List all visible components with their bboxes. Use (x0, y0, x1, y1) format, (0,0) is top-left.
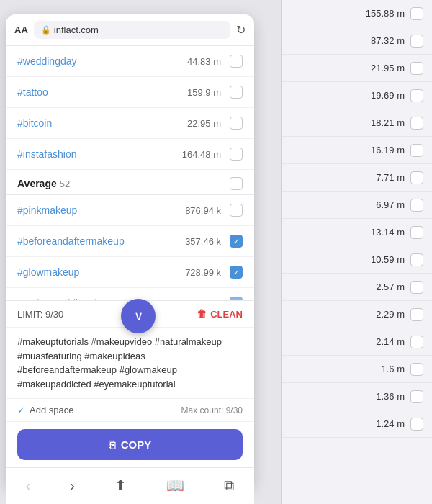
right-panel-checkbox[interactable] (410, 308, 423, 321)
right-panel-row: 16.19 m (282, 137, 432, 164)
right-panel-checkbox[interactable] (410, 281, 423, 294)
hashtag-checkbox[interactable] (230, 117, 243, 130)
hashtag-row: #tattoo 159.9 m (6, 77, 254, 108)
section-header-label: Average (17, 178, 57, 189)
right-panel-row: 13.14 m (282, 219, 432, 246)
hashtag-count: 44.83 m (187, 56, 221, 67)
tabs-button[interactable]: ⧉ (215, 474, 243, 497)
hashtag-row: #pinkmakeup 876.94 k (6, 195, 254, 226)
hashtag-checkbox[interactable] (230, 55, 243, 68)
hashtag-link[interactable]: #weddingday (17, 55, 181, 67)
copy-button[interactable]: ⎘ COPY (17, 429, 243, 460)
hashtag-checkbox[interactable] (230, 86, 243, 99)
right-panel-value: 2.57 m (376, 282, 405, 292)
hashtag-content[interactable]: #makeuptutorials #makeupvideo #naturalma… (17, 335, 243, 391)
right-panel-row: 155.88 m (282, 0, 432, 27)
hashtag-row: #weddingday 44.83 m (6, 46, 254, 77)
hashtag-checkbox[interactable] (230, 204, 243, 217)
copy-label: COPY (121, 438, 152, 451)
hashtag-link[interactable]: #bitcoin (17, 117, 181, 129)
limit-text: LIMIT: 9/30 (17, 309, 63, 320)
right-panel-row: 18.21 m (282, 109, 432, 137)
right-panel-checkbox[interactable] (410, 35, 423, 48)
right-panel-row: 21.95 m (282, 55, 432, 82)
hashtag-count: 164.48 m (182, 149, 221, 160)
hashtag-checkbox[interactable] (230, 148, 243, 161)
right-panel-value: 18.21 m (371, 117, 405, 128)
right-panel-row: 1.36 m (282, 383, 432, 410)
right-panel-row: 87.32 m (282, 27, 432, 55)
right-panel-value: 1.6 m (381, 364, 405, 374)
right-panel-row: 2.29 m (282, 301, 432, 328)
url-pill[interactable]: 🔒 inflact.com (34, 21, 230, 39)
hashtag-row: #beforeandaftermakeup 357.46 k (6, 226, 254, 257)
hashtag-checkbox[interactable] (230, 266, 243, 279)
add-space-label: Add space (30, 405, 73, 415)
right-panel-checkbox[interactable] (410, 199, 423, 212)
right-panel-row: 1.24 m (282, 410, 432, 438)
right-panel-checkbox[interactable] (410, 117, 423, 130)
right-panel-value: 19.69 m (371, 90, 405, 101)
aa-label[interactable]: AA (14, 24, 28, 35)
hashtag-link[interactable]: #glowmakeup (17, 266, 179, 278)
hashtag-row: #instafashion 164.48 m (6, 139, 254, 170)
right-panel-row: 1.6 m (282, 356, 432, 383)
back-button[interactable]: ‹ (17, 474, 40, 497)
section-header-count: 52 (60, 179, 70, 189)
hashtag-row: #glowmakeup 728.99 k (6, 257, 254, 288)
right-panel-value: 87.32 m (371, 35, 405, 46)
right-panel-checkbox[interactable] (410, 226, 423, 239)
hashtag-link[interactable]: #instafashion (17, 148, 176, 160)
right-panel-value: 16.19 m (371, 145, 405, 156)
section-header-checkbox[interactable] (230, 177, 243, 190)
right-panel-value: 2.29 m (376, 309, 405, 320)
trash-icon: 🗑 (197, 308, 207, 320)
section-header: Average 52 (6, 170, 254, 195)
right-panel-checkbox[interactable] (410, 253, 423, 266)
right-panel-value: 10.59 m (371, 254, 405, 265)
right-panel-checkbox[interactable] (410, 418, 423, 431)
hashtag-count: 728.99 k (185, 267, 221, 278)
right-panel-checkbox[interactable] (410, 144, 423, 157)
right-panel-checkbox[interactable] (410, 336, 423, 348)
share-button[interactable]: ⬆ (106, 474, 135, 497)
hashtag-link[interactable]: #tattoo (17, 86, 181, 98)
right-panel-value: 6.97 m (376, 199, 405, 210)
right-panel-value: 21.95 m (371, 63, 405, 73)
hashtag-checkbox[interactable] (230, 235, 243, 248)
url-text: inflact.com (54, 24, 99, 35)
right-panel-checkbox[interactable] (410, 171, 423, 184)
fab-down-button[interactable]: ∨ (121, 299, 156, 333)
right-panel-value: 7.71 m (376, 172, 405, 183)
right-panel-checkbox[interactable] (410, 89, 423, 102)
right-panel-checkbox[interactable] (410, 390, 423, 403)
right-panel-value: 1.36 m (376, 391, 405, 402)
right-panel-row: 19.69 m (282, 82, 432, 109)
bottom-nav: ‹ › ⬆ 📖 ⧉ (6, 467, 254, 504)
address-bar: AA 🔒 inflact.com ↻ (6, 14, 254, 46)
bookmarks-button[interactable]: 📖 (158, 474, 193, 497)
right-panel-value: 13.14 m (371, 227, 405, 238)
chevron-down-icon: ∨ (134, 310, 143, 323)
right-panel-row: 7.71 m (282, 164, 432, 192)
hashtag-row: #bitcoin 22.95 m (6, 108, 254, 139)
right-panel-row: 2.14 m (282, 328, 432, 356)
right-panel-checkbox[interactable] (410, 62, 423, 75)
hashtag-count: 159.9 m (187, 87, 221, 98)
right-panel-value: 155.88 m (366, 8, 405, 19)
add-space-left: ✓ Add space (17, 405, 73, 415)
right-panel-checkbox[interactable] (410, 363, 423, 376)
right-panel-checkbox[interactable] (410, 7, 423, 20)
hashtag-textarea: #makeuptutorials #makeupvideo #naturalma… (6, 328, 254, 399)
add-space-checkmark[interactable]: ✓ (17, 405, 25, 415)
forward-button[interactable]: › (61, 474, 84, 497)
max-count-text: Max count: 9/30 (181, 405, 243, 415)
hashtag-link[interactable]: #beforeandaftermakeup (17, 235, 179, 247)
right-panel-row: 6.97 m (282, 192, 432, 219)
hashtag-link[interactable]: #pinkmakeup (17, 204, 179, 216)
clean-label: CLEAN (210, 309, 243, 320)
refresh-icon[interactable]: ↻ (236, 23, 246, 37)
clean-button[interactable]: 🗑 CLEAN (197, 308, 243, 320)
right-panel-value: 2.14 m (376, 336, 405, 347)
right-panel: 155.88 m 87.32 m 21.95 m 19.69 m 18.21 m… (281, 0, 432, 504)
